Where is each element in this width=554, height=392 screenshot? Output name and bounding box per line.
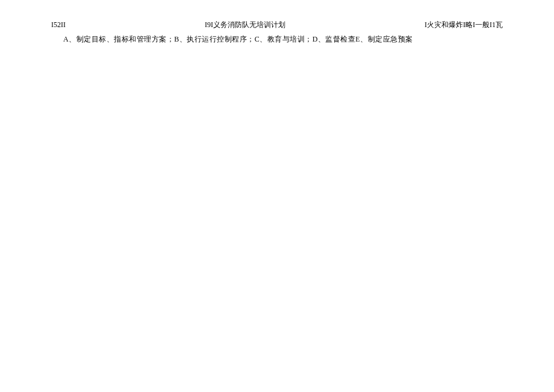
body-line-1: A、制定目标、指标和管理方案；B、执行运行控制程序；C、教育与培训；D、监督检查… [0, 30, 554, 45]
header-left: I52II [51, 19, 66, 30]
header-row: I52II I9I义务消防队无培训计划 I火灾和爆炸I略I一般I1瓦 [0, 0, 554, 30]
header-right: I火灾和爆炸I略I一般I1瓦 [425, 19, 503, 30]
header-center: I9I义务消防队无培训计划 [205, 19, 285, 30]
